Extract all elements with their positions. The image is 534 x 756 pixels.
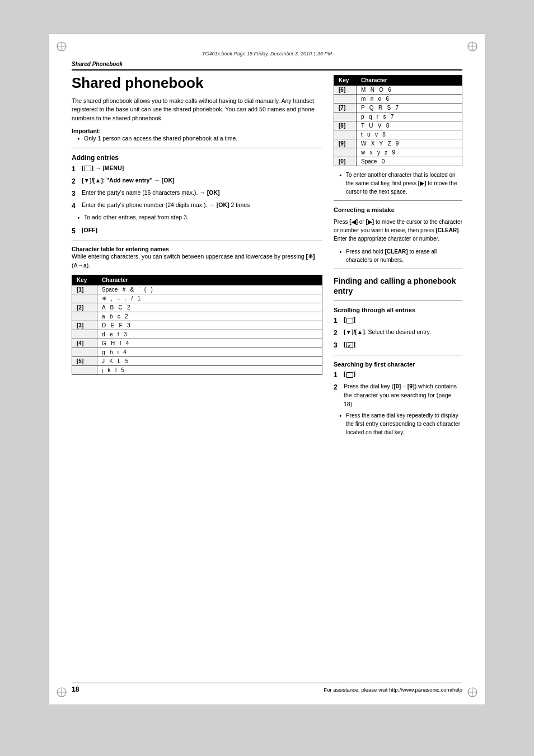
right-table-header-char: Character [357, 76, 462, 86]
char-6b: m n o 6 [357, 95, 462, 104]
search-step-1: 1 [] [334, 370, 462, 380]
key-0: [0] [334, 157, 357, 166]
key-8: [8] [334, 121, 357, 130]
key-1b [72, 294, 97, 303]
table-row: a b c 2 [72, 312, 322, 321]
divider-right-1 [334, 200, 462, 201]
right-table-header-key: Key [334, 76, 357, 86]
key-7b [334, 112, 357, 121]
table-row: w x y z 9 [334, 148, 462, 157]
right-table: Key Character [6] M N O 6 m n o 6 [334, 75, 462, 166]
scroll-step-3-content: [↙] [344, 340, 462, 350]
scroll-step-1-content: [] [344, 316, 462, 326]
table-row: [5] J K L 5 [72, 356, 322, 365]
char-table-heading: Character table for entering names [72, 246, 322, 252]
corner-mark-tl [56, 41, 67, 52]
key-1: [1] [72, 285, 97, 294]
right-note-bullet-1: To enter another character that is locat… [340, 171, 462, 196]
right-note-bullets: To enter another character that is locat… [340, 171, 462, 196]
step-4-content: Enter the party's phone number (24 digit… [82, 201, 322, 211]
correcting-bullet-1: Press and hold [CLEAR] to erase all char… [340, 247, 462, 264]
key-7: [7] [334, 104, 357, 112]
table-row: [7] P Q R S 7 [334, 104, 462, 112]
char-table-desc: While entering characters, you can switc… [72, 252, 322, 270]
step-1: 1 [] → [MENU] [72, 164, 322, 174]
key-9b [334, 148, 357, 157]
footer-page-number: 18 [72, 685, 79, 693]
char-3a: D E F 3 [97, 321, 322, 330]
char-1a: Space # & ' ( ) [97, 285, 322, 294]
step-3: 3 Enter the party's name (16 characters … [72, 189, 322, 199]
char-1b: ✳ , – . / 1 [97, 294, 322, 303]
step-4-num: 4 [72, 201, 79, 211]
key-9: [9] [334, 139, 357, 148]
key-3: [3] [72, 321, 97, 330]
step-1-content: [] → [MENU] [82, 164, 322, 174]
scroll-step-1-num: 1 [334, 316, 341, 326]
char-9a: W X Y Z 9 [357, 139, 462, 148]
step-2-content: [▼]/[▲]: "Add new entry" → [OK] [82, 176, 322, 186]
char-table-header-char: Character [97, 275, 322, 285]
char-2a: A B C 2 [97, 303, 322, 312]
divider-right-2 [334, 269, 462, 269]
char-4a: G H I 4 [97, 339, 322, 348]
scroll-step-3: 3 [↙] [334, 340, 462, 350]
search-step-2: 2 Press the dial key ([0] – [9]) which c… [334, 382, 462, 408]
table-row: [0] Space 0 [334, 157, 462, 166]
scrolling-heading: Scrolling through all entries [334, 307, 462, 313]
key-6: [6] [334, 86, 357, 95]
search-step-2-num: 2 [334, 382, 341, 408]
char-5b: j k l 5 [97, 365, 322, 374]
step-5-num: 5 [72, 226, 79, 236]
footer-text: For assistance, please visit http://www.… [324, 687, 462, 693]
searching-heading: Searching by first character [334, 361, 462, 368]
file-info: TG401x.book Page 18 Friday, December 3, … [72, 51, 462, 57]
key-6b [334, 95, 357, 104]
right-column: Key Character [6] M N O 6 m n o 6 [334, 75, 462, 441]
search-step-1-content: [] [344, 370, 462, 380]
table-row: j k l 5 [72, 365, 322, 374]
table-row: [3] D E F 3 [72, 321, 322, 330]
key-4: [4] [72, 339, 97, 348]
step-4: 4 Enter the party's phone number (24 dig… [72, 201, 322, 211]
corner-mark-tr [467, 41, 478, 52]
scroll-step-1: 1 [] [334, 316, 462, 326]
step-4-bullets: To add other entries, repeat from step 3… [78, 213, 322, 222]
table-row: [1] Space # & ' ( ) [72, 285, 322, 294]
correcting-bullets: Press and hold [CLEAR] to erase all char… [340, 247, 462, 264]
table-row: [9] W X Y Z 9 [334, 139, 462, 148]
important-label: Important: [72, 128, 322, 134]
page: TG401x.book Page 18 Friday, December 3, … [49, 34, 485, 705]
char-7b: p q r s 7 [357, 112, 462, 121]
search-step-2-bullets: Press the same dial key repeatedly to di… [340, 411, 462, 436]
step-3-content: Enter the party's name (16 characters ma… [82, 189, 322, 199]
correcting-heading: Correcting a mistake [334, 206, 462, 213]
char-9b: w x y z 9 [357, 148, 462, 157]
divider-2 [72, 241, 322, 241]
left-column: Shared phonebook The shared phonebook al… [72, 75, 322, 441]
key-5b [72, 365, 97, 374]
key-2b [72, 312, 97, 321]
corner-mark-bl [56, 687, 67, 698]
char-table-header-key: Key [72, 275, 97, 285]
step-5: 5 [OFF] [72, 226, 322, 236]
table-row: m n o 6 [334, 95, 462, 104]
table-row: g h i 4 [72, 348, 322, 356]
table-row: [8] T U V 8 [334, 121, 462, 130]
scroll-step-2-content: [▼]/[▲]: Select the desired entry. [344, 328, 462, 338]
char-table: Key Character [1] Space # & ' ( ) ✳ , – [72, 275, 322, 375]
char-4b: g h i 4 [97, 348, 322, 356]
key-3b [72, 330, 97, 339]
table-row: [4] G H I 4 [72, 339, 322, 348]
scroll-step-2: 2 [▼]/[▲]: Select the desired entry. [334, 328, 462, 338]
char-2b: a b c 2 [97, 312, 322, 321]
step-5-content: [OFF] [82, 226, 322, 236]
table-row: p q r s 7 [334, 112, 462, 121]
key-8b [334, 130, 357, 139]
divider-right-4 [334, 355, 462, 355]
step-1-num: 1 [72, 164, 79, 174]
char-8a: T U V 8 [357, 121, 462, 130]
char-0: Space 0 [357, 157, 462, 166]
divider-right-3 [334, 300, 462, 301]
char-8b: t u v 8 [357, 130, 462, 139]
